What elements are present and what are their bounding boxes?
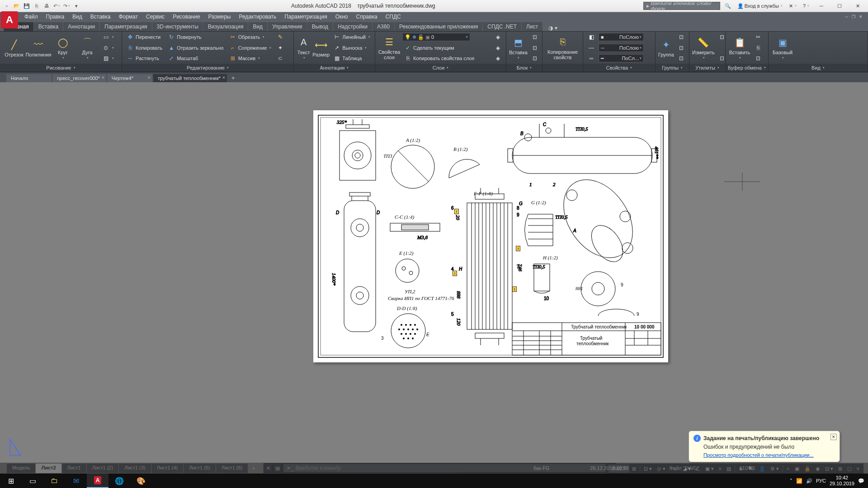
offset-icon[interactable]: ⊂: [275, 54, 286, 62]
prop-color-icon[interactable]: ◧: [586, 33, 597, 41]
menu-window[interactable]: Окно: [332, 13, 352, 20]
rtab-a360[interactable]: A360: [373, 22, 394, 31]
linetype-dropdown[interactable]: ─ПоСлою▾: [599, 44, 644, 52]
circle-button[interactable]: ◯Круг▾: [52, 33, 74, 62]
panel-draw-label[interactable]: Рисование▾: [0, 64, 122, 72]
rtab-vis[interactable]: Визуализация: [203, 22, 248, 31]
close-icon[interactable]: ✕: [101, 75, 105, 80]
block-tool3-icon[interactable]: ⊡: [529, 54, 540, 62]
balloon-details-link[interactable]: Просмотр подробностей о печати/публикаци…: [703, 452, 814, 458]
warning-marker-icon[interactable]: !: [454, 209, 459, 214]
panel-utils-label[interactable]: Утилиты▾: [689, 64, 725, 72]
copy2-icon[interactable]: ⎘: [753, 44, 764, 52]
qat-open-icon[interactable]: 📂: [13, 2, 21, 10]
warning-marker-icon[interactable]: !: [453, 271, 457, 276]
fillet-button[interactable]: ⌐Сопряжение▾: [227, 44, 274, 52]
tray-volume-icon[interactable]: 🔊: [806, 478, 812, 484]
panel-annot-label[interactable]: Аннотации▾: [294, 64, 375, 72]
move-button[interactable]: ✥Перенести: [125, 33, 164, 41]
doctab-heatexchanger[interactable]: трубчатый теплообменник*✕: [153, 74, 227, 82]
close-button[interactable]: ✕: [850, 1, 865, 11]
line-button[interactable]: ╱Отрезок: [3, 33, 25, 62]
array-button[interactable]: ⊞Массив▾: [227, 54, 274, 62]
panel-view-label[interactable]: Вид▾: [769, 64, 868, 72]
mirror-button[interactable]: ▲Отразить зеркально: [166, 44, 225, 52]
panel-layers-label[interactable]: Слои▾: [375, 64, 506, 72]
rtab-layout[interactable]: Лист: [522, 22, 542, 31]
block-tool1-icon[interactable]: ⊡: [529, 33, 540, 41]
dim-button[interactable]: ⟷Размер: [312, 33, 330, 62]
draw-misc2-icon[interactable]: ⊙▾: [100, 44, 116, 52]
close-icon[interactable]: ✕: [147, 75, 151, 80]
lineweight-dropdown[interactable]: ━ПоСл...▾: [599, 54, 644, 62]
tray-lang[interactable]: РУС: [816, 478, 826, 483]
layer-tool1-icon[interactable]: ◈: [492, 33, 503, 41]
scale-button[interactable]: ⤢Масштаб: [166, 54, 225, 62]
tray-network-icon[interactable]: 📶: [796, 478, 802, 484]
explode-icon[interactable]: ✦: [275, 44, 286, 52]
mdi-min-button[interactable]: ─: [844, 14, 850, 19]
leader-button[interactable]: ↗Выноска▾: [331, 44, 372, 52]
infocenter-icon[interactable]: 🔍: [723, 3, 733, 9]
paste-button[interactable]: 📋Вставить▾: [728, 33, 751, 62]
qat-undo-icon[interactable]: ↶▾: [52, 2, 61, 10]
mdi-restore-button[interactable]: ❐: [850, 14, 857, 19]
menu-draw[interactable]: Рисование: [169, 13, 203, 20]
menu-format[interactable]: Формат: [115, 13, 142, 20]
layer-dropdown[interactable]: 💡❄🔓▣ 0 ▾: [402, 33, 470, 41]
table-button[interactable]: ▦Таблица: [331, 54, 372, 62]
qat-menu-icon[interactable]: ▾: [72, 2, 80, 10]
tray-notifications-icon[interactable]: 💬: [858, 478, 864, 484]
qat-save-icon[interactable]: 💾: [23, 2, 31, 10]
doctab-drawing4[interactable]: Чертеж4*✕: [107, 74, 152, 82]
rotate-button[interactable]: ↻Повернуть: [166, 33, 225, 41]
menu-insert[interactable]: Вставка: [87, 13, 114, 20]
group-tool3-icon[interactable]: ⊡: [676, 54, 687, 62]
balloon-close-button[interactable]: ✕: [830, 434, 837, 440]
help-icon[interactable]: ?▾: [801, 3, 811, 9]
paint-button[interactable]: 🎨: [130, 474, 152, 488]
clip3-icon[interactable]: ⊡: [753, 54, 764, 62]
rtab-featured[interactable]: Рекомендованные приложения: [395, 22, 482, 31]
signin-button[interactable]: 👤 Вход в службы ▾: [736, 3, 784, 9]
panel-groups-label[interactable]: Группы▾: [656, 64, 689, 72]
layer-props-button[interactable]: ☰Свойства слоя: [378, 33, 401, 62]
match-layer-button[interactable]: ⎘Копировать свойства слоя: [402, 54, 491, 62]
menu-spds[interactable]: СПДС: [382, 13, 405, 20]
menu-tools[interactable]: Сервис: [142, 13, 168, 20]
explorer-button[interactable]: 🗀: [43, 474, 65, 488]
rtab-manage[interactable]: Управление: [268, 22, 307, 31]
search-input[interactable]: Введите ключевое слово/фразу: [643, 2, 720, 10]
menu-param[interactable]: Параметризация: [281, 13, 330, 20]
menu-modify[interactable]: Редактировать: [235, 13, 280, 20]
baseview-button[interactable]: ▣Базовый▾: [771, 33, 794, 62]
stretch-button[interactable]: ↔Растянуть: [125, 54, 164, 62]
color-dropdown[interactable]: ■ПоСлою▾: [599, 33, 644, 41]
matchprops-button[interactable]: ⎘Копирование свойств: [545, 33, 580, 62]
exchange-icon[interactable]: ✕▾: [787, 3, 798, 9]
qat-new-icon[interactable]: ▫: [3, 2, 11, 10]
measure-button[interactable]: 📏Измерить▾: [692, 33, 715, 62]
doctab-add-button[interactable]: +: [228, 74, 239, 82]
layer-tool3-icon[interactable]: ◈: [492, 54, 503, 62]
drawing-canvas[interactable]: 325* A (1:2) ТП3 B (1:2) 12 B: [4, 82, 864, 463]
panel-block-label[interactable]: Блок▾: [506, 64, 542, 72]
qat-print-icon[interactable]: 🖶: [42, 2, 51, 10]
maximize-button[interactable]: ☐: [832, 1, 847, 11]
outlook-button[interactable]: ✉: [65, 474, 87, 488]
taskview-button[interactable]: ▭: [22, 474, 43, 488]
minimize-button[interactable]: ─: [814, 1, 829, 11]
layer-tool2-icon[interactable]: ◈: [492, 44, 503, 52]
panel-clip-label[interactable]: Буфер обмена▾: [726, 64, 768, 72]
rtab-annot[interactable]: Аннотации: [63, 22, 99, 31]
polyline-button[interactable]: 〰Полилиния: [27, 33, 50, 62]
rtab-insert[interactable]: Вставка: [34, 22, 63, 31]
paper-space-sheet[interactable]: 325* A (1:2) ТП3 B (1:2) 12 B: [313, 110, 668, 362]
ribbon-toggle-icon[interactable]: ◑ ▾: [548, 25, 557, 31]
make-current-button[interactable]: ✓Сделать текущим: [402, 44, 491, 52]
autocad-taskbar-button[interactable]: A: [87, 474, 108, 488]
chrome-button[interactable]: 🌐: [108, 474, 130, 488]
warning-marker-icon[interactable]: !: [516, 246, 520, 251]
rtab-spdsnet[interactable]: СПДС .NET: [483, 22, 521, 31]
group-button[interactable]: ✦Группа: [658, 33, 674, 62]
